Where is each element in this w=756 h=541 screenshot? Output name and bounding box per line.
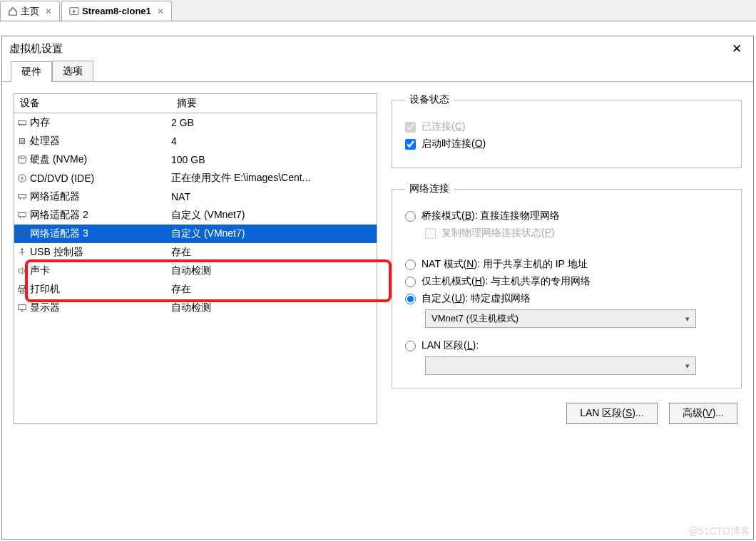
hostonly-radio-row[interactable]: 仅主机模式(H): 与主机共享的专用网络 [405,275,728,288]
device-row[interactable]: 打印机存在 [14,280,377,299]
device-name: 网络适配器 [30,190,171,203]
memory-icon [14,118,30,128]
device-summary: 自定义 (VMnet7) [171,227,377,240]
lan-segments-button[interactable]: LAN 区段(S)... [566,403,657,424]
nat-label: NAT 模式(N): 用于共享主机的 IP 地址 [422,258,588,271]
tab-vm[interactable]: Stream8-clone1 ✕ [61,1,172,21]
chevron-down-icon: ▾ [685,314,690,324]
bridged-radio[interactable] [405,211,416,222]
svg-rect-15 [19,213,26,217]
device-status-legend: 设备状态 [405,93,454,106]
device-summary: 存在 [171,246,377,259]
hostonly-radio[interactable] [405,277,416,287]
connect-at-poweron-checkbox[interactable] [405,139,416,150]
lan-segment-label: LAN 区段(L): [422,339,479,352]
connect-at-poweron-label: 启动时连接(O) [422,138,486,150]
lan-segment-radio-row[interactable]: LAN 区段(L): [405,339,728,352]
device-name: CD/DVD (IDE) [30,172,171,184]
chevron-down-icon: ▾ [685,361,690,371]
custom-vmnet-value: VMnet7 (仅主机模式) [431,312,519,325]
lan-segment-radio[interactable] [405,341,416,351]
svg-rect-12 [19,195,26,198]
network-connection-legend: 网络连接 [405,182,454,195]
usb-icon [14,247,30,257]
svg-rect-29 [19,305,26,310]
network-connection-group: 网络连接 桥接模式(B): 直接连接物理网络 复制物理网络连接状态(P) NAT… [392,182,742,388]
device-row[interactable]: 处理器4 [14,132,377,150]
device-list-header: 设备 摘要 [14,94,377,113]
svg-marker-25 [19,268,23,274]
device-summary: 自动检测 [171,302,377,314]
device-row[interactable]: 显示器自动检测 [14,299,377,317]
network-icon [14,192,30,202]
device-row[interactable]: 声卡自动检测 [14,262,377,280]
dialog-title: 虚拟机设置 [9,42,63,56]
tab-options[interactable]: 选项 [52,61,93,81]
tab-home-label: 主页 [21,5,39,18]
tab-hardware[interactable]: 硬件 [11,61,52,82]
connect-at-poweron-row[interactable]: 启动时连接(O) [405,138,728,150]
device-name: 内存 [30,116,171,129]
vm-play-icon [69,6,79,16]
display-icon [14,303,30,313]
device-summary: 自动检测 [171,264,377,277]
svg-rect-18 [19,232,26,235]
svg-rect-7 [20,139,25,144]
device-summary: 4 [171,135,377,147]
dialog-close-button[interactable]: ✕ [727,41,746,56]
network-button-row: LAN 区段(S)... 高级(V)... [392,403,742,424]
printer-icon [14,284,30,294]
device-row[interactable]: CD/DVD (IDE)正在使用文件 E:\images\Cent... [14,169,377,187]
device-name: USB 控制器 [30,246,171,259]
device-name: 打印机 [30,283,171,296]
replicate-state-row: 复制物理网络连接状态(P) [425,227,728,239]
col-device: 设备 [14,94,171,113]
close-icon[interactable]: ✕ [45,6,52,16]
device-rows: 内存2 GB处理器4硬盘 (NVMe)100 GBCD/DVD (IDE)正在使… [14,113,377,317]
home-icon [8,6,18,16]
device-name: 硬盘 (NVMe) [30,153,171,166]
close-icon[interactable]: ✕ [157,6,164,16]
custom-vmnet-select[interactable]: VMnet7 (仅主机模式) ▾ [425,309,696,328]
device-row[interactable]: USB 控制器存在 [14,243,377,262]
nat-radio[interactable] [405,259,416,270]
device-summary: 100 GB [171,154,377,165]
network-icon [14,210,30,220]
replicate-state-label: 复制物理网络连接状态(P) [441,227,555,239]
tab-home[interactable]: 主页 ✕ [0,1,60,21]
cpu-icon [14,136,30,146]
custom-radio-row[interactable]: 自定义(U): 特定虚拟网络 [405,292,728,305]
connected-checkbox-row: 已连接(C) [405,120,728,133]
bridged-radio-row[interactable]: 桥接模式(B): 直接连接物理网络 [405,210,728,222]
svg-point-11 [21,177,24,180]
nat-radio-row[interactable]: NAT 模式(N): 用于共享主机的 IP 地址 [405,258,728,271]
device-name: 网络适配器 2 [30,209,171,222]
hostonly-label: 仅主机模式(H): 与主机共享的专用网络 [422,275,591,288]
svg-rect-8 [21,140,24,143]
device-list-panel: 设备 摘要 内存2 GB处理器4硬盘 (NVMe)100 GBCD/DVD (I… [14,93,377,424]
sound-icon [14,266,30,276]
bridged-label: 桥接模式(B): 直接连接物理网络 [422,210,560,222]
device-row[interactable]: 网络适配器NAT [14,187,377,206]
svg-rect-26 [20,286,25,289]
device-summary: 自定义 (VMnet7) [171,209,377,222]
advanced-button[interactable]: 高级(V)... [669,403,737,424]
disk-icon [14,155,30,165]
device-row[interactable]: 网络适配器 3自定义 (VMnet7) [14,225,377,243]
network-icon [14,229,30,239]
dialog-body: 设备 摘要 内存2 GB处理器4硬盘 (NVMe)100 GBCD/DVD (I… [2,82,753,436]
device-row[interactable]: 网络适配器 2自定义 (VMnet7) [14,206,377,225]
app-tab-bar: 主页 ✕ Stream8-clone1 ✕ [0,0,756,21]
svg-rect-2 [19,120,26,124]
device-summary: 正在使用文件 E:\images\Cent... [171,172,377,185]
device-name: 声卡 [30,264,171,277]
svg-point-10 [19,175,26,182]
custom-radio[interactable] [405,294,416,304]
svg-point-9 [19,156,26,159]
device-row[interactable]: 硬盘 (NVMe)100 GB [14,150,377,169]
svg-marker-1 [73,9,76,13]
custom-label: 自定义(U): 特定虚拟网络 [422,292,531,305]
device-row[interactable]: 内存2 GB [14,113,377,132]
settings-right-panel: 设备状态 已连接(C) 启动时连接(O) 网络连接 桥接模式(B): 直接连接物… [392,93,742,424]
connected-label: 已连接(C) [422,120,465,133]
